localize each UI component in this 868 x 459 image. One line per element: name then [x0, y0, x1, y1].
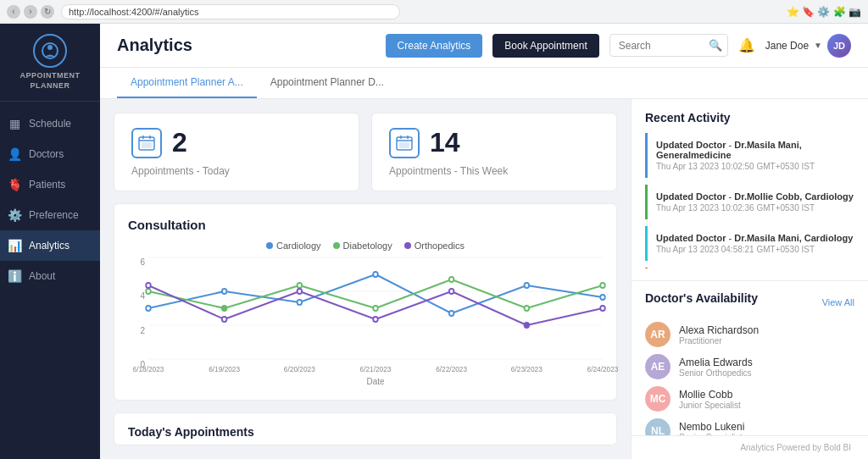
activity-time: Thu Apr 13 2023 04:58:21 GMT+0530 IST: [656, 245, 854, 254]
stats-row: 2 Appointments - Today: [114, 113, 617, 191]
stat-card-today: 2 Appointments - Today: [114, 113, 359, 191]
about-icon: ℹ️: [7, 269, 22, 283]
create-analytics-button[interactable]: Create Analytics: [386, 34, 483, 58]
doctor-availability-section: Doctor's Availability View All AR Alexa …: [632, 281, 868, 435]
activity-title: Updated Doctor - Dr.Mollie Cobb, Cardiol…: [656, 191, 854, 202]
svg-point-18: [298, 300, 303, 305]
doctor-role-2: Junior Specialist: [679, 401, 741, 410]
view-all-link[interactable]: View All: [822, 297, 854, 307]
doctor-item-3: NL Nembo Lukeni Senior Specialist: [645, 418, 854, 435]
page-title: Analytics: [117, 36, 192, 55]
svg-point-20: [449, 311, 454, 316]
svg-point-21: [525, 283, 530, 288]
sidebar-item-about[interactable]: ℹ️ About: [0, 261, 100, 291]
activity-title: Updated Doctor - Dr.Masila Mani, Cardiol…: [656, 233, 854, 243]
doctor-name-2: Mollie Cobb: [679, 389, 741, 401]
user-area[interactable]: Jane Doe ▼ JD: [765, 34, 851, 58]
svg-point-17: [222, 289, 227, 294]
svg-text:6/23/2023: 6/23/2023: [511, 365, 542, 373]
back-btn[interactable]: ‹: [7, 5, 20, 19]
svg-text:6/19/2023: 6/19/2023: [209, 365, 240, 373]
svg-point-31: [222, 317, 227, 322]
doctor-role-0: Practitioner: [679, 336, 759, 346]
doctor-list: AR Alexa Richardson Practitioner AE Amel…: [645, 322, 854, 435]
svg-point-26: [373, 306, 378, 311]
user-name: Jane Doe: [765, 40, 809, 52]
search-input[interactable]: [619, 40, 704, 52]
activity-item: Updated Appointment - Milka for Fluid bu…: [645, 268, 854, 268]
activity-list: Updated Doctor - Dr.Masila Mani, General…: [645, 133, 854, 268]
availability-title: Doctor's Availability: [645, 291, 758, 305]
header: Analytics Create Analytics Book Appointm…: [100, 24, 868, 68]
legend-cardiology: Cardiology: [266, 241, 321, 251]
sidebar-logo: APPOINTMENT PLANNER: [0, 24, 100, 102]
analytics-icon: 📊: [7, 239, 22, 252]
legend-diabetology: Diabetology: [333, 241, 392, 251]
refresh-btn[interactable]: ↻: [41, 5, 54, 19]
doctor-name-3: Nembo Lukeni: [679, 421, 744, 433]
appointments-table-title: Today's Appointments: [114, 413, 616, 445]
logo-text: APPOINTMENT PLANNER: [7, 71, 93, 91]
svg-point-19: [373, 272, 378, 277]
calendar-week-icon: [389, 128, 420, 158]
sidebar: APPOINTMENT PLANNER ▦ Schedule 👤 Doctors…: [0, 24, 100, 459]
appointments-table-card: Today's Appointments Time Name Doctor Na…: [114, 412, 617, 445]
analytics-footer: Analytics Powered by Bold BI: [632, 435, 868, 459]
sidebar-item-label: Patients: [29, 179, 65, 191]
svg-rect-11: [399, 142, 409, 148]
book-appointment-button[interactable]: Book Appointment: [492, 34, 598, 58]
tabs-bar: Appointment Planner A... Appointment Pla…: [100, 68, 868, 99]
doctor-item-0: AR Alexa Richardson Practitioner: [645, 322, 854, 347]
consultation-chart-card: Consultation Cardiology Diabetology O: [114, 203, 617, 401]
stat-number-week: 14: [430, 127, 460, 158]
chevron-down-icon: ▼: [814, 41, 822, 50]
svg-point-32: [298, 289, 303, 294]
sidebar-item-analytics[interactable]: 📊 Analytics: [0, 230, 100, 261]
notification-icon[interactable]: 🔔: [738, 37, 755, 53]
doctor-info-2: Mollie Cobb Junior Specialist: [679, 389, 741, 410]
recent-activity-section: Recent Activity Updated Doctor - Dr.Masi…: [632, 99, 868, 281]
calendar-today-icon: [131, 128, 162, 158]
tab-appointment-planner-a[interactable]: Appointment Planner A...: [117, 68, 257, 98]
chart-title: Consultation: [128, 218, 603, 232]
sidebar-item-patients[interactable]: 🫀 Patients: [0, 169, 100, 200]
right-panel: Recent Activity Updated Doctor - Dr.Masi…: [631, 99, 868, 459]
stat-label-week: Appointments - This Week: [389, 165, 599, 177]
doctor-info-1: Amelia Edwards Senior Orthopedics: [679, 357, 753, 378]
svg-point-28: [525, 306, 530, 311]
doctor-info-0: Alexa Richardson Practitioner: [679, 324, 759, 346]
doctor-avatar-2: MC: [645, 386, 670, 412]
sidebar-item-doctors[interactable]: 👤 Doctors: [0, 139, 100, 169]
sidebar-item-label: About: [29, 270, 55, 282]
svg-point-27: [449, 277, 454, 282]
svg-point-36: [600, 306, 605, 311]
doctor-item-1: AE Amelia Edwards Senior Orthopedics: [645, 354, 854, 379]
url-bar[interactable]: http://localhost:4200/#/analytics: [61, 4, 400, 19]
avatar: JD: [827, 34, 851, 58]
chart-legend: Cardiology Diabetology Orthopedics: [128, 241, 603, 251]
activity-item: Updated Doctor - Dr.Mollie Cobb, Cardiol…: [645, 185, 854, 219]
svg-point-30: [146, 283, 151, 288]
sidebar-item-label: Schedule: [29, 118, 71, 130]
x-axis-label: Date: [148, 377, 603, 386]
logo-icon: [33, 34, 67, 68]
forward-btn[interactable]: ›: [24, 5, 37, 19]
doctor-avatar-3: NL: [645, 418, 670, 435]
sidebar-item-label: Preference: [29, 209, 79, 221]
tab-appointment-planner-d[interactable]: Appointment Planner D...: [257, 68, 398, 98]
preference-icon: ⚙️: [7, 208, 22, 222]
sidebar-item-schedule[interactable]: ▦ Schedule: [0, 108, 100, 139]
svg-point-29: [600, 283, 605, 288]
doctor-avatar-0: AR: [645, 322, 670, 347]
doctor-name-0: Alexa Richardson: [679, 324, 759, 336]
sidebar-item-preference[interactable]: ⚙️ Preference: [0, 200, 100, 230]
search-icon: 🔍: [709, 39, 722, 52]
svg-text:6/18/2023: 6/18/2023: [133, 365, 164, 373]
availability-header: Doctor's Availability View All: [645, 291, 854, 313]
doctor-item-2: MC Mollie Cobb Junior Specialist: [645, 386, 854, 412]
doctor-info-3: Nembo Lukeni Senior Specialist: [679, 421, 744, 436]
search-box[interactable]: 🔍: [609, 34, 728, 57]
recent-activity-title: Recent Activity: [645, 111, 854, 124]
consultation-chart-svg: 6/18/2023 6/19/2023 6/20/2023 6/21/2023 …: [148, 257, 603, 359]
stat-label-today: Appointments - Today: [131, 165, 342, 177]
